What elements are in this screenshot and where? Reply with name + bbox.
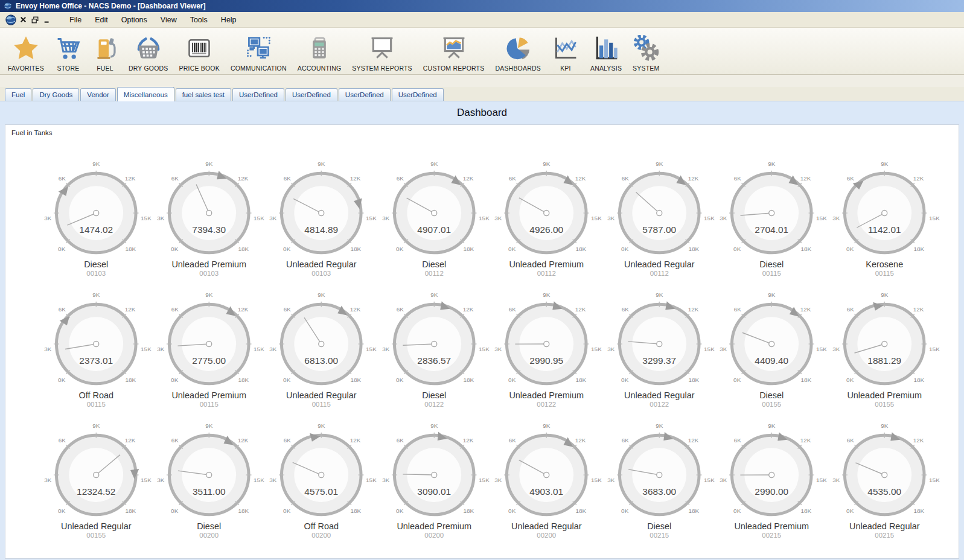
gauge-tick-label: 3K (607, 215, 615, 221)
gauge-tick-label: 3K (382, 215, 390, 221)
gauge-tank-number: 00200 (199, 532, 219, 539)
restore-icon[interactable] (29, 14, 41, 25)
gauge-tick-label: 12K (800, 437, 811, 444)
menu-bar-items: FileEditOptionsViewToolsHelp (63, 13, 243, 27)
gauge-tick-label: 3K (44, 215, 52, 221)
gauge-fuel-name: Unleaded Regular (61, 521, 132, 531)
gauge-value: 4409.40 (755, 355, 788, 366)
gauge-tick-label: 18K (463, 246, 474, 252)
gauge-fuel-name: Unleaded Regular (286, 390, 357, 400)
toolbar-favorites[interactable]: FAVORITES (2, 28, 49, 73)
gauge-tick-label: 9K (205, 291, 213, 298)
gauge-tick-label: 6K (59, 175, 66, 182)
gauge-fuel-name: Unleaded Premium (509, 390, 584, 400)
toolbar-system-reports[interactable]: SYSTEM REPORTS (346, 28, 417, 73)
gauge-tick-label: 3K (720, 477, 727, 483)
gauge-fuel-name: Diesel (759, 390, 784, 400)
tab-userdefined-6[interactable]: UserDefined (286, 88, 337, 101)
toolbar-system[interactable]: SYSTEM (627, 28, 665, 73)
gauge-cell-diesel-00215: 0K3K6K9K12K15K18K3683.00Diesel00215 (603, 417, 716, 548)
gauge-cell-off-road-00200: 0K3K6K9K12K15K18K4575.01Off Road00200 (265, 417, 378, 548)
computers-icon (244, 33, 273, 63)
menu-tools[interactable]: Tools (184, 13, 214, 27)
menu-view[interactable]: View (154, 13, 184, 27)
gauge-cell-unleaded-regular-00155: 0K3K6K9K12K15K18K12324.52Unleaded Regula… (40, 417, 153, 548)
gauge-tick-label: 18K (688, 377, 699, 383)
gauge-fuel-name: Diesel (84, 259, 108, 269)
gauge-tank-number: 00115 (762, 270, 781, 277)
gauge-tick-label: 0K (621, 377, 629, 383)
tab-userdefined-7[interactable]: UserDefined (339, 88, 391, 101)
gauge-tick-label: 0K (283, 508, 291, 514)
toolbar-fuel[interactable]: FUEL (87, 28, 123, 73)
menu-help[interactable]: Help (214, 13, 243, 27)
menu-options[interactable]: Options (115, 13, 154, 27)
tab-userdefined-8[interactable]: UserDefined (392, 88, 444, 101)
toolbar-price-book[interactable]: PRICE BOOK (174, 28, 225, 73)
gauge-value: 4575.01 (304, 486, 338, 497)
gauge-tick-label: 18K (913, 508, 924, 514)
gauge-tick-label: 6K (284, 306, 292, 313)
gauge-fuel-name: Unleaded Premium (847, 390, 922, 400)
gauge-fuel-name: Unleaded Premium (397, 521, 471, 531)
gauge-fuel-name: Unleaded Regular (624, 390, 694, 400)
gauge-tick-label: 6K (621, 175, 629, 182)
gauge-tick-label: 9K (318, 161, 325, 167)
tab-vendor-2[interactable]: Vendor (80, 88, 115, 101)
gauge-value: 3511.00 (192, 486, 225, 497)
toolbar-item-label: CUSTOM REPORTS (423, 65, 485, 72)
gauge-tank-number: 00112 (537, 270, 556, 277)
gauge-tick-label: 9K (656, 161, 663, 167)
fuel-pump-icon (92, 33, 118, 63)
tab-fuel-0[interactable]: Fuel (5, 88, 31, 101)
gauge-fuel-name: Off Road (304, 521, 339, 531)
gauge-tick-label: 6K (59, 306, 66, 313)
gauge-tick-label: 18K (913, 377, 924, 383)
menu-file[interactable]: File (63, 13, 88, 27)
toolbar-analysis[interactable]: ANALYSIS (585, 28, 627, 73)
star-icon (12, 33, 40, 63)
fuel-gauge: 0K3K6K9K12K15K18K4814.89Unleaded Regular… (265, 155, 378, 278)
gauge-tick-label: 0K (846, 377, 854, 383)
gauge-tick-label: 6K (171, 175, 179, 182)
gauge-tank-number: 00103 (86, 270, 106, 277)
gauge-tick-label: 18K (463, 508, 474, 514)
gauge-tick-label: 9K (881, 161, 889, 167)
calculator-icon (307, 33, 332, 63)
gauge-tick-label: 15K (479, 477, 490, 483)
tab-dry-goods-1[interactable]: Dry Goods (33, 88, 79, 101)
bar-chart-icon (593, 33, 619, 63)
toolbar-dashboards[interactable]: DASHBOARDS (490, 28, 546, 73)
close-icon[interactable] (17, 14, 29, 25)
document-globe-icon[interactable] (5, 14, 17, 25)
toolbar-custom-reports[interactable]: CUSTOM REPORTS (418, 28, 490, 73)
tab-fuel-sales-test-4[interactable]: fuel sales test (176, 88, 231, 101)
gauge-tick-label: 3K (269, 477, 277, 483)
gauge-tick-label: 6K (509, 175, 517, 182)
toolbar-dry-goods[interactable]: DRY GOODS (123, 28, 174, 73)
gauge-hub (544, 472, 549, 478)
gauge-tick-label: 3K (832, 215, 840, 221)
gauge-tick-label: 12K (125, 175, 136, 182)
gauge-tick-label: 18K (350, 508, 361, 514)
gauge-cell-unleaded-regular-00215: 0K3K6K9K12K15K18K4535.00Unleaded Regular… (828, 417, 941, 548)
toolbar-store[interactable]: STORE (49, 28, 87, 73)
tab-miscellaneous-3[interactable]: Miscellaneous (117, 87, 174, 101)
gauge-hub (881, 342, 887, 347)
toolbar-accounting[interactable]: ACCOUNTING (292, 28, 347, 73)
gauge-value: 3090.01 (417, 486, 451, 497)
toolbar-kpi[interactable]: KPI (546, 28, 585, 73)
gauge-tick-label: 18K (575, 508, 586, 514)
minimize-icon[interactable] (41, 14, 53, 25)
tab-userdefined-5[interactable]: UserDefined (232, 88, 284, 101)
gauge-tick-label: 9K (543, 422, 551, 429)
toolbar-communication[interactable]: COMMUNICATION (225, 28, 292, 73)
gauge-fuel-name: Unleaded Premium (171, 259, 246, 269)
gauge-tick-label: 18K (350, 246, 361, 252)
gauge-tick-label: 6K (621, 306, 629, 313)
fuel-gauge: 0K3K6K9K12K15K18K4409.40Diesel00155 (715, 286, 828, 409)
gauge-cell-unleaded-premium-00155: 0K3K6K9K12K15K18K1881.29Unleaded Premium… (828, 286, 941, 417)
menu-edit[interactable]: Edit (88, 13, 115, 27)
gauge-tick-label: 12K (913, 306, 924, 313)
gauge-tick-label: 9K (881, 422, 889, 429)
